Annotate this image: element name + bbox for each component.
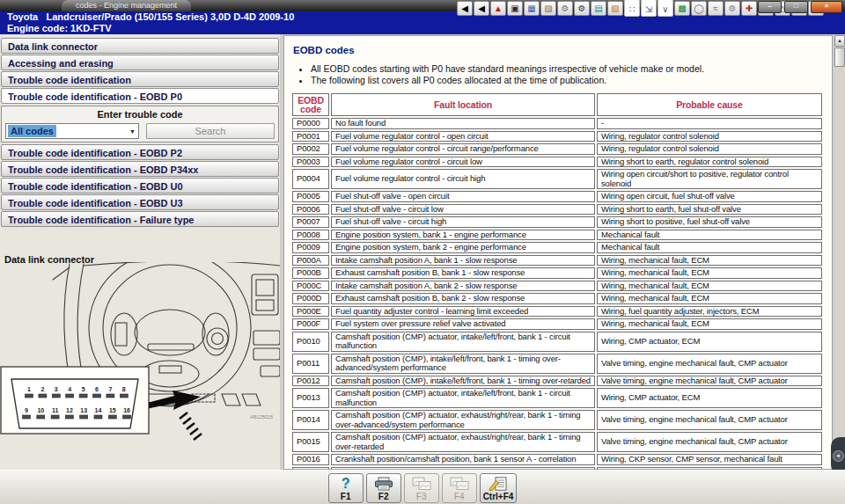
sidebar-item[interactable]: Trouble code identification	[1, 71, 279, 87]
gears-icon[interactable]: ⚙	[557, 1, 573, 16]
svg-text:15: 15	[109, 407, 116, 413]
svg-text:6: 6	[95, 386, 99, 392]
sidebar-bottom-items: Trouble code identification - EOBD P2Tro…	[1, 144, 279, 227]
components-icon[interactable]: ▨	[540, 1, 556, 16]
table-row: P0008Engine position system, bank 1 - en…	[292, 230, 822, 241]
note-item: The following list covers all P0 codes a…	[311, 75, 832, 85]
svg-text:2: 2	[40, 386, 44, 392]
svg-text:16: 16	[123, 407, 130, 413]
f2-print-button[interactable]: F2	[366, 473, 401, 503]
table-row: P000BExhaust camshaft position B, bank 1…	[292, 267, 822, 279]
data-link-connector-diagram: 12345678 910111213141516 AB125015	[0, 262, 280, 470]
svg-text:8: 8	[122, 386, 126, 392]
sidebar-top-items: Data link connectorAccessing and erasing…	[1, 38, 279, 104]
table-row: P0000No fault found-	[292, 118, 822, 129]
code-dropdown[interactable]: All codes ▼	[5, 123, 139, 139]
nav-first-icon[interactable]: ◀	[457, 1, 473, 16]
pictures-icon	[411, 476, 432, 492]
scrollbar-thumb[interactable]	[834, 47, 845, 67]
column-header-cause: Probable cause	[597, 93, 822, 116]
table-row: P0015Camshaft position (CMP) actuator, e…	[292, 432, 822, 452]
help-icon: ?	[342, 476, 350, 492]
table-row: P0003Fuel volume regulator control - cir…	[292, 157, 822, 168]
table-row: P0010Camshaft position (CMP) actuator, i…	[292, 332, 822, 352]
edit-document-icon	[489, 476, 508, 492]
table-row: P0016Crankshaft position/camshaft positi…	[292, 454, 822, 465]
close-button[interactable]: ×	[811, 1, 842, 13]
table-row: P0013Camshaft position (CMP) actuator, i…	[292, 388, 822, 408]
table-row: P0001Fuel volume regulator control - ope…	[292, 131, 822, 142]
svg-text:13: 13	[80, 407, 87, 413]
content-panel: EOBD codes All EOBD codes starting with …	[283, 35, 833, 470]
picture-icon[interactable]: ▧	[607, 1, 623, 16]
table-row: P0004Fuel volume regulator control - cir…	[292, 169, 822, 189]
sidebar-item[interactable]: Accessing and erasing	[1, 55, 279, 70]
code-dropdown-value: All codes	[8, 125, 56, 137]
chevron-down-icon[interactable]: ∨	[658, 0, 673, 17]
table-row: P000CIntake camshaft position A, bank 2 …	[292, 281, 822, 292]
cooling-icon[interactable]: ▤	[591, 1, 606, 16]
f4-images-button: F4	[442, 473, 477, 503]
nav-back-icon[interactable]: ◀	[474, 1, 489, 16]
sidebar-item[interactable]: Trouble code identification - EOBD U0	[1, 178, 279, 194]
sidebar: Data link connectorAccessing and erasing…	[0, 34, 280, 470]
svg-text:10: 10	[37, 407, 44, 413]
table-header-row: EOBD code Fault location Probable cause	[292, 93, 822, 116]
f3-images-button: F3	[404, 473, 439, 503]
svg-text:7: 7	[108, 386, 112, 392]
sidebar-item[interactable]: Data link connector	[1, 38, 279, 54]
trouble-code-search-panel: Enter trouble code All codes ▼ Search	[1, 106, 279, 142]
vertical-scrollbar[interactable]: ▲	[834, 35, 845, 470]
note-item: All EOBD codes starting with P0 have sta…	[311, 63, 832, 74]
pictures-icon	[449, 476, 470, 492]
notes-list: All EOBD codes starting with P0 have sta…	[297, 63, 832, 85]
sidebar-item[interactable]: Trouble code identification - EOBD U3	[1, 194, 279, 210]
sidebar-item[interactable]: Trouble code identification - EOBD P34xx	[1, 161, 279, 177]
printer-icon	[374, 476, 393, 492]
hazard-icon[interactable]: ▲	[490, 1, 506, 16]
harness-icon[interactable]: ≈	[708, 1, 724, 16]
maximize-button[interactable]: □	[784, 1, 808, 13]
search-panel-title: Enter trouble code	[4, 109, 276, 120]
dropdown-arrow-icon[interactable]: ▼	[127, 128, 138, 135]
expand-icon[interactable]: ⇲	[641, 0, 657, 17]
gearbox-icon[interactable]: ⚙	[724, 1, 740, 16]
svg-text:9: 9	[25, 407, 28, 413]
table-row: P000AIntake camshaft position A, bank 1 …	[292, 255, 822, 267]
image-viewer-icon[interactable]: ▣	[507, 1, 523, 16]
table-row: P000EFuel quantity adjuster control - le…	[292, 306, 822, 318]
table-row: P0014Camshaft position (CMP) actuator, e…	[292, 410, 822, 430]
scroll-up-icon[interactable]: ▲	[834, 35, 845, 47]
minimize-button[interactable]: –	[758, 1, 782, 13]
oval-icon[interactable]: ◯	[691, 1, 707, 16]
page-title: EOBD codes	[293, 45, 832, 55]
svg-text:11: 11	[52, 407, 59, 413]
panel-slide-handle[interactable]: ◄	[831, 437, 845, 474]
table-row: P0009Engine position system, bank 2 - en…	[292, 242, 822, 253]
table-row: P0005Fuel shut-off valve - open circuitW…	[292, 191, 822, 202]
table-row: P0006Fuel shut-off valve - circuit lowWi…	[292, 204, 822, 215]
table-row: P000DExhaust camshaft position B, bank 2…	[292, 293, 822, 304]
engine-icon[interactable]: ▩	[674, 1, 690, 16]
repair-icon[interactable]: ✚	[741, 1, 757, 16]
sidebar-item[interactable]: Trouble code identification - EOBD P0	[1, 88, 279, 104]
sidebar-item[interactable]: Trouble code identification - EOBD P2	[1, 144, 279, 160]
grid-icon[interactable]: ∷	[624, 0, 640, 17]
f1-help-button[interactable]: ? F1	[328, 473, 364, 503]
sidebar-item[interactable]: Trouble code identification - Failure ty…	[1, 211, 279, 227]
svg-text:1: 1	[27, 386, 31, 392]
svg-text:12: 12	[66, 407, 73, 413]
collapse-arrow-icon: ◄	[833, 450, 844, 462]
column-header-fault: Fault location	[331, 93, 595, 116]
window-controls: – □ ×	[758, 1, 842, 13]
table-row: P0002Fuel volume regulator control - cir…	[292, 143, 822, 155]
ctrl-f4-edit-button[interactable]: Ctrl+F4	[480, 473, 518, 503]
svg-text:4: 4	[68, 386, 71, 392]
technical-data-icon[interactable]: ▦	[524, 1, 540, 16]
search-button[interactable]: Search	[146, 123, 275, 139]
svg-text:3: 3	[55, 386, 58, 392]
table-row: P000FFuel system over pressure relief va…	[292, 318, 822, 330]
column-header-code: EOBD code	[292, 93, 329, 116]
service-icon[interactable]: ⚙	[574, 1, 590, 16]
svg-text:5: 5	[82, 386, 85, 392]
